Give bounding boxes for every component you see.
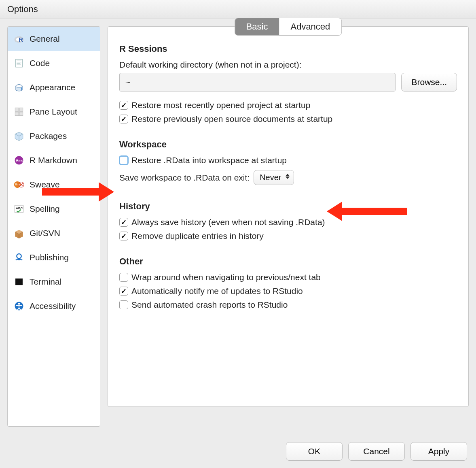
svg-rect-9	[15, 108, 19, 111]
svg-text:Rmd: Rmd	[16, 159, 23, 162]
ok-button[interactable]: OK	[286, 442, 343, 461]
cancel-button[interactable]: Cancel	[348, 442, 405, 461]
sidebar-item-label: Git/SVN	[30, 228, 60, 238]
sidebar-item-label: Spelling	[30, 204, 60, 214]
always-save-history-checkbox[interactable]	[119, 218, 128, 227]
sidebar-item-label: Code	[30, 58, 50, 68]
remove-dup-history-checkbox[interactable]	[119, 232, 128, 240]
default-workdir-label: Default working directory (when not in a…	[119, 60, 457, 70]
sidebar-item-label: Packages	[30, 131, 67, 141]
section-title-history: History	[119, 201, 457, 212]
svg-rect-11	[15, 112, 19, 116]
crash-reports-label: Send automated crash reports to RStudio	[131, 300, 288, 310]
crash-reports-row[interactable]: Send automated crash reports to RStudio	[119, 300, 457, 310]
sidebar-item-publishing[interactable]: Publishing	[8, 245, 100, 270]
wrap-tabs-label: Wrap around when navigating to previous/…	[131, 272, 321, 282]
restore-docs-label: Restore previously open source documents…	[131, 114, 332, 124]
always-save-history-label: Always save history (even when not savin…	[131, 217, 325, 227]
sidebar-item-label: R Markdown	[30, 155, 77, 165]
sidebar-item-general[interactable]: R General	[8, 27, 100, 51]
sidebar-item-rmarkdown[interactable]: Rmd R Markdown	[8, 148, 100, 172]
svg-rect-22	[15, 279, 23, 285]
sidebar-item-label: Pane Layout	[30, 107, 77, 117]
tab-advanced[interactable]: Advanced	[279, 18, 341, 35]
sidebar-item-label: Appearance	[30, 83, 75, 92]
default-workdir-input[interactable]: ~	[119, 73, 396, 91]
dialog-title: Options	[0, 0, 476, 19]
notify-updates-checkbox[interactable]	[119, 287, 128, 296]
grid-icon	[13, 106, 25, 117]
cardboard-box-icon	[13, 228, 25, 239]
svg-point-21	[18, 258, 20, 260]
section-title-workspace: Workspace	[119, 139, 457, 150]
svg-rect-10	[19, 108, 23, 111]
sidebar-item-label: Publishing	[30, 253, 69, 262]
notify-updates-row[interactable]: Automatically notify me of updates to RS…	[119, 286, 457, 296]
abc-check-icon: ABC	[13, 203, 25, 215]
svg-rect-3	[16, 59, 22, 67]
document-icon	[13, 57, 25, 69]
browse-button[interactable]: Browse...	[401, 73, 457, 91]
notify-updates-label: Automatically notify me of updates to RS…	[131, 286, 303, 296]
sidebar-item-spelling[interactable]: ABC Spelling	[8, 197, 100, 221]
restore-rdata-checkbox[interactable]	[119, 156, 128, 165]
rmd-icon: Rmd	[13, 155, 25, 166]
sidebar-item-sweave[interactable]: Rnw Sweave	[8, 172, 100, 197]
remove-dup-history-label: Remove duplicate entries in history	[131, 231, 264, 241]
restore-project-label: Restore most recently opened project at …	[131, 100, 310, 110]
box-icon	[13, 130, 25, 142]
sidebar-item-packages[interactable]: Packages	[8, 124, 100, 148]
apply-button[interactable]: Apply	[410, 442, 467, 461]
sidebar-item-label: General	[30, 34, 60, 44]
wrap-tabs-checkbox[interactable]	[119, 273, 128, 282]
wrap-tabs-row[interactable]: Wrap around when navigating to previous/…	[119, 272, 457, 282]
sidebar: R General Code Appearance Pane Layout	[7, 26, 100, 427]
dialog-body: R General Code Appearance Pane Layout	[0, 19, 476, 434]
save-workspace-label: Save workspace to .RData on exit:	[119, 173, 250, 183]
accessibility-icon	[13, 300, 25, 312]
svg-text:R: R	[19, 36, 23, 43]
restore-project-checkbox[interactable]	[119, 101, 128, 110]
restore-project-row[interactable]: Restore most recently opened project at …	[119, 100, 457, 110]
sidebar-item-label: Sweave	[30, 180, 60, 189]
sidebar-item-code[interactable]: Code	[8, 51, 100, 75]
main-content: Basic Advanced R Sessions Default workin…	[108, 26, 469, 427]
sidebar-item-label: Terminal	[30, 277, 61, 287]
restore-docs-checkbox[interactable]	[119, 115, 128, 123]
crash-reports-checkbox[interactable]	[119, 300, 128, 309]
r-logo-icon: R	[13, 33, 25, 45]
paint-bucket-icon	[13, 82, 25, 93]
sidebar-item-terminal[interactable]: Terminal	[8, 270, 100, 294]
tab-basic[interactable]: Basic	[235, 18, 279, 35]
restore-docs-row[interactable]: Restore previously open source documents…	[119, 114, 457, 124]
remove-dup-history-row[interactable]: Remove duplicate entries in history	[119, 231, 457, 241]
cloud-publish-icon	[13, 252, 25, 263]
settings-panel: Basic Advanced R Sessions Default workin…	[108, 26, 469, 407]
restore-rdata-row[interactable]: Restore .RData into workspace at startup	[119, 155, 457, 165]
sidebar-item-git-svn[interactable]: Git/SVN	[8, 221, 100, 245]
svg-point-24	[18, 303, 20, 305]
terminal-icon	[13, 276, 25, 287]
section-title-other: Other	[119, 256, 457, 267]
sidebar-item-appearance[interactable]: Appearance	[8, 75, 100, 100]
always-save-history-row[interactable]: Always save history (even when not savin…	[119, 217, 457, 227]
sidebar-item-pane-layout[interactable]: Pane Layout	[8, 100, 100, 124]
tab-strip: Basic Advanced	[235, 18, 342, 36]
restore-rdata-label: Restore .RData into workspace at startup	[131, 155, 287, 165]
sidebar-item-label: Accessibility	[30, 301, 76, 311]
sidebar-item-accessibility[interactable]: Accessibility	[8, 294, 100, 318]
svg-text:Rnw: Rnw	[15, 183, 20, 186]
svg-text:ABC: ABC	[16, 206, 23, 210]
save-workspace-select[interactable]: Never	[254, 170, 294, 185]
rnw-icon: Rnw	[13, 179, 25, 190]
svg-rect-12	[19, 112, 23, 116]
svg-point-20	[17, 254, 21, 258]
section-title-rsessions: R Sessions	[119, 44, 457, 54]
dialog-footer: OK Cancel Apply	[286, 442, 467, 461]
